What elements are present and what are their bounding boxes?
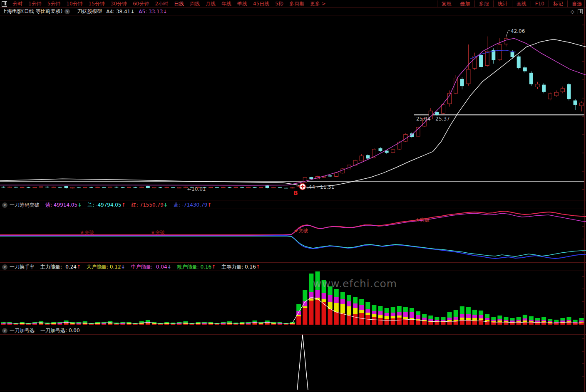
menu-item-5秒[interactable]: 5秒 bbox=[272, 0, 286, 7]
panel3-header: ∨ 一刀换手率 主力能量: -0.24↑大户能量: 0.12↓中户能量: -0.… bbox=[0, 263, 586, 271]
panel2-stat-2: 红: 71550.79↓ bbox=[132, 202, 168, 209]
period-menu-items: 分时1分钟5分钟10分钟15分钟30分钟60分钟2小时日线周线月线年线季线45日… bbox=[10, 0, 437, 7]
menu-item-30分钟[interactable]: 30分钟 bbox=[108, 0, 130, 7]
resistance-range-label: 25.04 - 25.37 bbox=[416, 116, 450, 122]
menu-item-15分钟[interactable]: 15分钟 bbox=[86, 0, 108, 7]
panel3-stat-2: 中户能量: -0.04↓ bbox=[131, 264, 171, 271]
menu-item-日线[interactable]: 日线 bbox=[171, 0, 187, 7]
menu-item-1分钟[interactable]: 1分钟 bbox=[25, 0, 45, 7]
menu-item-季线[interactable]: 季线 bbox=[234, 0, 250, 7]
panel3-title: 一刀换手率 bbox=[10, 264, 35, 271]
app-window: 分时1分钟5分钟10分钟15分钟30分钟60分钟2小时日线周线月线年线季线45日… bbox=[0, 0, 586, 392]
breakout-label-3: ★突破 bbox=[415, 217, 430, 224]
menu-item-多周期[interactable]: 多周期 bbox=[286, 0, 307, 7]
window-icon[interactable] bbox=[2, 1, 7, 7]
panel3-stat-4: 主导力量: 0.16↑ bbox=[221, 264, 260, 271]
indicator-model-name: 一刀妖股模型 bbox=[72, 8, 102, 15]
candles-group bbox=[2, 36, 584, 189]
panel4-stat: 一刀加号选: 0.00 bbox=[40, 327, 80, 334]
tool-item-统计[interactable]: 统计 bbox=[493, 0, 512, 7]
tool-item-F10[interactable]: F10 bbox=[531, 1, 549, 7]
menu-item-10分钟[interactable]: 10分钟 bbox=[63, 0, 85, 7]
menu-item-更多 >[interactable]: 更多 > bbox=[307, 0, 329, 7]
menu-item-2小时[interactable]: 2小时 bbox=[152, 0, 171, 7]
tool-item-自选[interactable]: 自选 bbox=[567, 0, 586, 7]
panel4-header: ∨ 一刀加号选 一刀加号选: 0.00 bbox=[0, 327, 586, 334]
peak-price-label: 42.06 bbox=[511, 28, 525, 34]
panel3-collapse-icon[interactable]: ∨ bbox=[2, 264, 7, 270]
menu-item-5分钟[interactable]: 5分钟 bbox=[45, 0, 64, 7]
buy-signal-marker: B bbox=[293, 190, 298, 196]
panel3-stat-0: 主力能量: -0.24↑ bbox=[40, 264, 81, 271]
diamond-icon[interactable]: ◇ bbox=[571, 9, 574, 15]
panel4-title: 一刀加号选 bbox=[10, 327, 35, 334]
tool-item-多股[interactable]: 多股 bbox=[474, 0, 493, 7]
tool-item-复权[interactable]: 复权 bbox=[437, 0, 456, 7]
panel2-collapse-icon[interactable]: ∨ bbox=[2, 202, 7, 208]
menu-item-年线[interactable]: 年线 bbox=[219, 0, 234, 7]
panel3-stat-1: 大户能量: 0.12↓ bbox=[87, 264, 125, 271]
a4-value: A4: 38.41↓ bbox=[106, 9, 134, 15]
buy-range-label: .44 - 11.51 bbox=[307, 184, 334, 190]
tool-menu-items: 复权叠加多股统计画线F10标记自选 bbox=[437, 0, 586, 7]
menu-item-45日线[interactable]: 45日线 bbox=[250, 0, 272, 7]
layout-icon[interactable] bbox=[578, 9, 583, 14]
tool-item-叠加[interactable]: 叠加 bbox=[456, 0, 474, 7]
left-arrow-icon: ← bbox=[187, 186, 191, 192]
breakout-label-2: ★突破 bbox=[294, 227, 308, 234]
chevron-down-icon[interactable]: ∨ bbox=[65, 9, 70, 14]
breakout-label-1: ★突破 bbox=[151, 229, 165, 236]
panel3-stat-3: 散户能量: 0.16↑ bbox=[177, 264, 216, 271]
a5-value: A5: 33.13↓ bbox=[139, 9, 167, 15]
menu-item-60分钟[interactable]: 60分钟 bbox=[130, 0, 152, 7]
panel2-stat-1: 兰: -49794.05↑ bbox=[87, 202, 126, 209]
panel4-collapse-icon[interactable]: ∨ bbox=[2, 328, 7, 333]
menu-item-月线[interactable]: 月线 bbox=[203, 0, 219, 7]
titlebar-right-icons: ◇ bbox=[571, 9, 583, 15]
turnover-bars-group bbox=[1, 271, 584, 325]
watermark: www.efchi.com bbox=[313, 278, 397, 290]
period-menubar: 分时1分钟5分钟10分钟15分钟30分钟60分钟2小时日线周线月线年线季线45日… bbox=[0, 0, 586, 7]
panel2-stat-0: 紫: 49914.05↓ bbox=[45, 202, 82, 209]
tool-item-画线[interactable]: 画线 bbox=[512, 0, 531, 7]
panel2-stat-3: 蓝: -71430.79↑ bbox=[174, 202, 212, 209]
breakout-label-0: ★突破 bbox=[80, 229, 94, 236]
low-price-label: ←10.01 bbox=[187, 186, 206, 192]
stock-title: 上海电影(日线 等比前复权) bbox=[2, 8, 62, 15]
title-bar: 上海电影(日线 等比前复权) ∨ 一刀妖股模型 A4: 38.41↓ A5: 3… bbox=[0, 7, 586, 15]
panel2-header: ∨ 一刀筹码突破 紫: 49914.05↓兰: -49794.05↑红: 715… bbox=[0, 201, 586, 209]
signal-spike bbox=[297, 335, 308, 390]
tool-item-标记[interactable]: 标记 bbox=[549, 0, 567, 7]
panel2-title: 一刀筹码突破 bbox=[10, 202, 40, 209]
menu-item-分时[interactable]: 分时 bbox=[10, 0, 25, 7]
menu-item-周线[interactable]: 周线 bbox=[187, 0, 203, 7]
